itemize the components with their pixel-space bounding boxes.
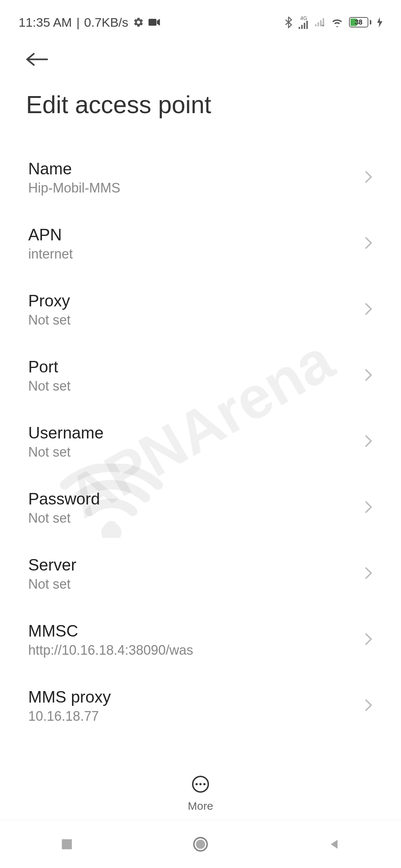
chevron-right-icon [364, 566, 373, 581]
setting-value: Not set [28, 444, 364, 460]
gear-icon [133, 17, 144, 28]
nav-recents-button[interactable] [58, 835, 76, 853]
page-title: Edit access point [26, 91, 375, 119]
setting-value: Not set [28, 576, 364, 592]
setting-proxy[interactable]: Proxy Not set [0, 277, 401, 343]
setting-value: Not set [28, 510, 364, 526]
setting-apn[interactable]: APN internet [0, 211, 401, 277]
chevron-right-icon [364, 434, 373, 449]
setting-password[interactable]: Password Not set [0, 475, 401, 541]
setting-value: Not set [28, 312, 364, 328]
chevron-right-icon [364, 236, 373, 251]
header: Edit access point [0, 33, 401, 130]
setting-value: 10.16.18.77 [28, 708, 364, 724]
navigation-bar [0, 820, 401, 868]
signal-4g-icon: 4G [299, 16, 309, 29]
svg-point-12 [199, 783, 202, 785]
setting-value: internet [28, 246, 364, 262]
svg-rect-3 [301, 25, 303, 29]
chevron-right-icon [364, 170, 373, 185]
setting-value: Not set [28, 378, 364, 394]
more-button[interactable] [192, 775, 209, 795]
svg-rect-1 [149, 19, 156, 26]
wifi-icon [331, 17, 343, 27]
setting-label: Password [28, 490, 364, 508]
nav-home-button[interactable] [192, 835, 209, 853]
nav-back-button[interactable] [325, 835, 343, 853]
setting-label: Username [28, 424, 364, 442]
status-data-rate: 0.7KB/s [84, 15, 128, 30]
setting-label: MMSC [28, 622, 364, 640]
settings-list: Name Hip-Mobil-MMS APN internet Proxy No… [0, 130, 401, 754]
svg-rect-8 [320, 20, 322, 27]
setting-mmsc[interactable]: MMSC http://10.16.18.4:38090/was [0, 607, 401, 673]
svg-rect-5 [306, 21, 308, 29]
back-button[interactable] [26, 52, 48, 68]
setting-label: APN [28, 226, 364, 244]
svg-point-11 [196, 783, 198, 785]
svg-rect-6 [315, 24, 316, 27]
svg-rect-2 [299, 27, 300, 29]
charging-icon [377, 17, 382, 27]
setting-label: MMS proxy [28, 688, 364, 706]
setting-value: Hip-Mobil-MMS [28, 180, 364, 196]
camera-icon [149, 18, 160, 27]
bluetooth-icon [284, 16, 293, 28]
setting-label: Proxy [28, 292, 364, 310]
chevron-right-icon [364, 302, 373, 317]
setting-name[interactable]: Name Hip-Mobil-MMS [0, 145, 401, 211]
setting-label: Name [28, 160, 364, 178]
bottom-action-bar: More [0, 764, 401, 820]
setting-server[interactable]: Server Not set [0, 541, 401, 607]
chevron-right-icon [364, 632, 373, 647]
setting-label: Server [28, 556, 364, 574]
status-separator: | [76, 15, 80, 30]
chevron-right-icon [364, 500, 373, 515]
chevron-right-icon [364, 698, 373, 713]
status-right: 4G 38 [284, 16, 382, 29]
signal-no-sim-icon [315, 18, 325, 26]
setting-value: http://10.16.18.4:38090/was [28, 642, 364, 658]
status-time: 11:35 AM [19, 15, 72, 30]
svg-rect-7 [317, 22, 319, 26]
svg-point-13 [203, 783, 206, 785]
svg-rect-14 [62, 839, 72, 849]
svg-rect-4 [304, 23, 305, 29]
chevron-right-icon [364, 368, 373, 383]
setting-mms-proxy[interactable]: MMS proxy 10.16.18.77 [0, 673, 401, 739]
setting-label: Port [28, 358, 364, 376]
setting-username[interactable]: Username Not set [0, 409, 401, 475]
battery-indicator: 38 [349, 17, 371, 27]
setting-port[interactable]: Port Not set [0, 343, 401, 409]
more-label: More [188, 800, 213, 812]
status-left: 11:35 AM | 0.7KB/s [19, 15, 160, 30]
status-bar: 11:35 AM | 0.7KB/s 4G 38 [0, 0, 401, 33]
svg-point-16 [196, 839, 205, 849]
